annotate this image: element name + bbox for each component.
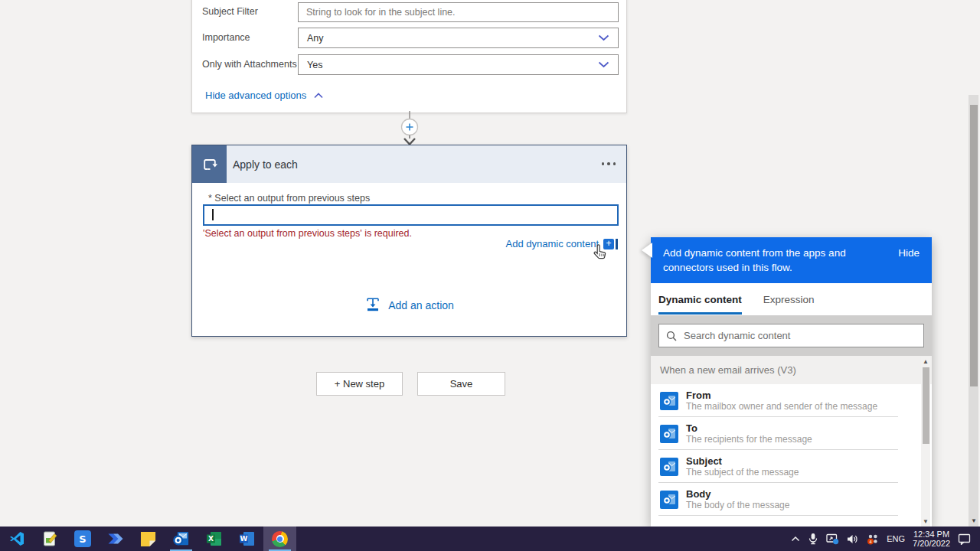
importance-label: Importance bbox=[202, 32, 250, 43]
attachments-value: Yes bbox=[307, 60, 322, 70]
flyout-search-band bbox=[651, 315, 932, 356]
list-item-to[interactable]: To The recipients for the message bbox=[651, 417, 932, 450]
flyout-beak bbox=[642, 243, 652, 258]
taskbar-excel-icon[interactable]: X bbox=[198, 527, 230, 551]
more-menu-icon[interactable] bbox=[602, 162, 616, 165]
search-box[interactable] bbox=[658, 324, 924, 347]
taskbar-sticky-notes-icon[interactable] bbox=[132, 527, 165, 551]
page-scroll-thumb[interactable] bbox=[970, 105, 978, 386]
item-description: The subject of the message bbox=[686, 467, 799, 478]
apply-card-title: Apply to each bbox=[233, 158, 298, 171]
item-description: The mailbox owner and sender of the mess… bbox=[686, 401, 877, 412]
taskbar-word-icon[interactable]: W bbox=[230, 527, 263, 551]
text-caret bbox=[212, 209, 214, 220]
insert-step-connector[interactable] bbox=[393, 111, 426, 146]
scroll-down-icon[interactable]: ▼ bbox=[923, 518, 929, 525]
select-output-input[interactable] bbox=[203, 204, 619, 226]
tray-language-indicator[interactable]: ENG bbox=[887, 534, 905, 543]
trigger-card: Subject Filter Importance Any Only with … bbox=[191, 0, 627, 113]
taskbar-chrome-icon[interactable] bbox=[263, 527, 296, 551]
taskbar-editor-icon[interactable] bbox=[33, 527, 66, 551]
tray-chevron-up-icon[interactable] bbox=[791, 536, 800, 542]
outlook-icon bbox=[660, 392, 678, 410]
item-description: The recipients for the message bbox=[686, 434, 812, 445]
flyout-scrollbar[interactable]: ▲ ▼ bbox=[921, 357, 930, 527]
tray-time: 12:34 PM bbox=[913, 530, 950, 540]
add-dynamic-content-link[interactable]: Add dynamic content + bbox=[506, 238, 618, 249]
svg-text:X: X bbox=[208, 535, 214, 543]
scroll-up-icon[interactable]: ▲ bbox=[923, 358, 929, 365]
flyout-tabs: Dynamic content Expression bbox=[651, 283, 932, 315]
outlook-icon bbox=[660, 425, 678, 443]
importance-value: Any bbox=[307, 33, 324, 44]
hide-advanced-options-link[interactable]: Hide advanced options bbox=[205, 90, 323, 101]
tray-screen-share-icon[interactable] bbox=[826, 533, 839, 545]
page-scrollbar[interactable]: ▼ bbox=[969, 95, 978, 527]
tray-date: 7/20/2022 bbox=[913, 539, 950, 549]
trigger-section-header: When a new email arrives (V3) bbox=[651, 356, 932, 384]
search-icon bbox=[666, 331, 677, 341]
list-item-body[interactable]: Body The body of the message bbox=[651, 483, 932, 516]
svg-text:W: W bbox=[240, 535, 247, 543]
subject-filter-input[interactable] bbox=[298, 2, 619, 22]
attachments-label: Only with Attachments bbox=[202, 59, 297, 70]
add-an-action-button[interactable]: Add an action bbox=[192, 297, 626, 313]
taskbar-power-automate-icon[interactable] bbox=[99, 527, 132, 551]
chevron-down-icon bbox=[598, 61, 609, 68]
chevron-down-icon bbox=[598, 34, 609, 41]
item-title: From bbox=[686, 390, 877, 401]
tray-speaker-icon[interactable] bbox=[847, 534, 859, 544]
item-title: Subject bbox=[686, 455, 799, 467]
dynamic-content-list: When a new email arrives (V3) From The m… bbox=[651, 356, 932, 527]
svg-text:4: 4 bbox=[869, 540, 872, 544]
outlook-icon bbox=[660, 458, 678, 476]
new-step-button[interactable]: + New step bbox=[316, 372, 403, 396]
outlook-icon bbox=[660, 491, 678, 509]
loop-icon bbox=[192, 145, 227, 183]
apply-to-each-header[interactable]: Apply to each bbox=[192, 145, 626, 183]
tray-microphone-icon[interactable] bbox=[808, 533, 818, 545]
hide-flyout-link[interactable]: Hide bbox=[898, 247, 920, 259]
search-dynamic-content-input[interactable] bbox=[684, 330, 916, 341]
add-action-icon bbox=[364, 297, 381, 313]
importance-dropdown[interactable]: Any bbox=[298, 28, 619, 48]
arrow-down-icon bbox=[404, 139, 415, 145]
item-title: Body bbox=[686, 488, 789, 500]
list-item-from[interactable]: From The mailbox owner and sender of the… bbox=[651, 384, 932, 417]
chevron-up-icon bbox=[314, 93, 323, 99]
item-description: The body of the message bbox=[686, 500, 789, 511]
dynamic-content-icon: + bbox=[603, 239, 618, 249]
tray-teams-icon[interactable]: 4 bbox=[867, 533, 879, 545]
tab-dynamic-content[interactable]: Dynamic content bbox=[658, 283, 742, 315]
svg-text:S: S bbox=[79, 533, 86, 545]
subject-filter-label: Subject Filter bbox=[202, 6, 258, 17]
tab-expression[interactable]: Expression bbox=[763, 283, 815, 315]
required-error-text: 'Select an output from previous steps' i… bbox=[203, 228, 412, 239]
dynamic-content-flyout: Add dynamic content from the apps and co… bbox=[651, 237, 932, 527]
list-item-subject[interactable]: Subject The subject of the message bbox=[651, 450, 932, 483]
flyout-header-text: Add dynamic content from the apps and co… bbox=[663, 246, 893, 275]
tray-action-center-icon[interactable] bbox=[958, 533, 971, 545]
select-output-label: * Select an output from previous steps bbox=[208, 193, 370, 204]
taskbar-vscode-icon[interactable] bbox=[0, 527, 33, 551]
taskbar: S X W 4 ENG 12:34 PM bbox=[0, 527, 980, 551]
save-button[interactable]: Save bbox=[417, 372, 505, 396]
flyout-header: Add dynamic content from the apps and co… bbox=[651, 237, 932, 283]
system-tray: 4 ENG 12:34 PM 7/20/2022 bbox=[791, 527, 980, 551]
taskbar-s-app-icon[interactable]: S bbox=[66, 527, 99, 551]
taskbar-outlook-icon[interactable] bbox=[165, 527, 198, 551]
attachments-dropdown[interactable]: Yes bbox=[298, 54, 619, 75]
page-scroll-down-icon[interactable]: ▼ bbox=[971, 517, 977, 524]
flyout-scroll-thumb[interactable] bbox=[923, 367, 929, 444]
item-title: To bbox=[686, 422, 812, 434]
apply-to-each-card: Apply to each * Select an output from pr… bbox=[191, 145, 627, 337]
tray-clock[interactable]: 12:34 PM 7/20/2022 bbox=[913, 530, 950, 549]
